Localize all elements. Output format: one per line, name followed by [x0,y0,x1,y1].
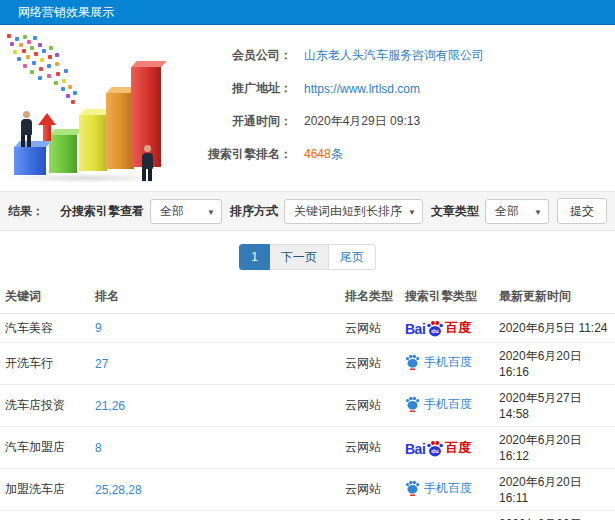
app-header: 网络营销效果展示 [0,0,615,25]
rank-cell[interactable]: 25,28,28 [90,469,340,511]
company-info-section: 会员公司： 山东老人头汽车服务咨询有限公司 推广地址： https://www.… [0,25,615,191]
results-table: 关键词 排名 排名类型 搜索引擎类型 最新更新时间 汽车美容 9 云网站 Bai… [0,280,615,520]
updated-cell: 2020年6月5日 11:24 [494,314,615,343]
last-page-button[interactable]: 尾页 [329,244,376,270]
page-title: 网络营销效果展示 [18,5,114,19]
updated-cell: 2020年6月20日 16:12 [494,511,615,520]
keyword-cell: 洗车店投资 [0,385,90,427]
mobile-baidu-logo: 手机百度 [405,480,472,497]
article-type-value: 全部 [495,204,519,218]
table-row: 洗车赚钱吗 30 云网站 手机百度 2020年6月20日 16:12 [0,511,615,520]
baidu-logo-du: du [432,448,440,454]
rank-cell[interactable]: 8 [90,427,340,469]
baidu-logo-cn: 百度 [445,439,471,457]
next-page-button[interactable]: 下一页 [270,244,329,270]
baidu-paw-icon: du [426,320,444,337]
result-label: 结果： [8,203,44,220]
rank-cell[interactable]: 30 [90,511,340,520]
engine-rank-row: 搜索引擎排名： 4648条 [174,138,609,171]
mobile-baidu-logo: 手机百度 [405,354,472,371]
engine-cell: 手机百度 [400,469,494,511]
col-keyword: 关键词 [0,280,90,314]
rank-unit: 条 [331,147,343,161]
rank-cell[interactable]: 21,26 [90,385,340,427]
engine-filter-select[interactable]: 全部 ▼ [150,199,222,224]
promo-url-label: 推广地址： [174,80,292,97]
col-rank-type: 排名类型 [340,280,400,314]
engine-cell: 手机百度 [400,385,494,427]
baidu-logo: Bai du 百度 [405,319,471,337]
company-info-list: 会员公司： 山东老人头汽车服务咨询有限公司 推广地址： https://www.… [174,29,609,189]
mobile-baidu-paw-icon [405,480,420,496]
promo-url-row: 推广地址： https://www.lrtlsd.com [174,72,609,105]
member-company-link[interactable]: 山东老人头汽车服务咨询有限公司 [304,47,484,64]
article-type-select[interactable]: 全部 ▼ [485,199,549,224]
pagination: 1 下一页 尾页 [0,244,615,270]
updated-cell: 2020年6月20日 16:12 [494,427,615,469]
keyword-cell: 汽车美容 [0,314,90,343]
keyword-cell: 加盟洗车店 [0,469,90,511]
promo-url-link[interactable]: https://www.lrtlsd.com [304,82,420,96]
open-time-row: 开通时间： 2020年4月29日 09:13 [174,105,609,138]
businessman-figure-left [19,111,33,147]
businessman-figure-right [140,145,154,181]
bar-yellow [79,115,107,171]
col-updated: 最新更新时间 [494,280,615,314]
rank-type-cell: 云网站 [340,343,400,385]
rank-type-cell: 云网站 [340,385,400,427]
chevron-down-icon: ▼ [534,200,542,225]
chevron-down-icon: ▼ [408,200,416,225]
open-time-label: 开通时间： [174,113,292,130]
rank-type-cell: 云网站 [340,511,400,520]
baidu-logo: Bai du 百度 [405,439,471,457]
rank-type-cell: 云网站 [340,314,400,343]
rank-cell[interactable]: 9 [90,314,340,343]
growth-chart-illustration [2,29,174,189]
rank-cell[interactable]: 27 [90,343,340,385]
engine-rank-label: 搜索引擎排名： [174,146,292,163]
engine-cell: Bai du 百度 [400,427,494,469]
baidu-paw-icon: du [426,440,444,457]
updated-cell: 2020年5月27日 14:58 [494,385,615,427]
updated-cell: 2020年6月20日 16:16 [494,343,615,385]
member-company-row: 会员公司： 山东老人头汽车服务咨询有限公司 [174,39,609,72]
sort-filter-value: 关键词由短到长排序 [294,204,402,218]
sort-filter-select[interactable]: 关键词由短到长排序 ▼ [284,199,423,224]
table-header-row: 关键词 排名 排名类型 搜索引擎类型 最新更新时间 [0,280,615,314]
bar-blue [14,147,46,175]
table-row: 加盟洗车店 25,28,28 云网站 手机百度 2020年6月20日 16:11 [0,469,615,511]
mobile-baidu-label: 手机百度 [424,480,472,497]
rank-type-cell: 云网站 [340,427,400,469]
chevron-down-icon: ▼ [207,200,215,225]
sort-filter-label: 排序方式 [230,203,278,220]
baidu-logo-du: du [432,328,440,334]
col-engine-type: 搜索引擎类型 [400,280,494,314]
updated-cell: 2020年6月20日 16:11 [494,469,615,511]
mobile-baidu-paw-icon [405,354,420,370]
rank-type-cell: 云网站 [340,469,400,511]
engine-cell: 手机百度 [400,343,494,385]
up-arrow-icon [38,113,56,141]
member-company-label: 会员公司： [174,47,292,64]
engine-filter-label: 分搜索引擎查看 [60,203,144,220]
engine-rank-value: 4648条 [304,146,343,163]
mobile-baidu-label: 手机百度 [424,354,472,371]
baidu-logo-bai: Bai [405,441,425,457]
table-row: 洗车店投资 21,26 云网站 手机百度 2020年5月27日 14:58 [0,385,615,427]
submit-button[interactable]: 提交 [557,198,607,224]
table-row: 汽车美容 9 云网站 Bai du 百度 2020年6月5日 11:24 [0,314,615,343]
engine-filter-value: 全部 [160,204,184,218]
table-row: 汽车加盟店 8 云网站 Bai du 百度 2020年6月20日 16:12 [0,427,615,469]
col-rank: 排名 [90,280,340,314]
keyword-cell: 汽车加盟店 [0,427,90,469]
engine-cell: Bai du 百度 [400,314,494,343]
rank-count: 4648 [304,147,331,161]
page-1-button[interactable]: 1 [239,244,270,270]
keyword-cell: 开洗车行 [0,343,90,385]
confetti-dots [7,34,11,38]
mobile-baidu-paw-icon [405,396,420,412]
engine-cell: 手机百度 [400,511,494,520]
filter-bar: 结果： 分搜索引擎查看 全部 ▼ 排序方式 关键词由短到长排序 ▼ 文章类型 全… [0,191,615,231]
table-row: 开洗车行 27 云网站 手机百度 2020年6月20日 16:16 [0,343,615,385]
mobile-baidu-logo: 手机百度 [405,396,472,413]
